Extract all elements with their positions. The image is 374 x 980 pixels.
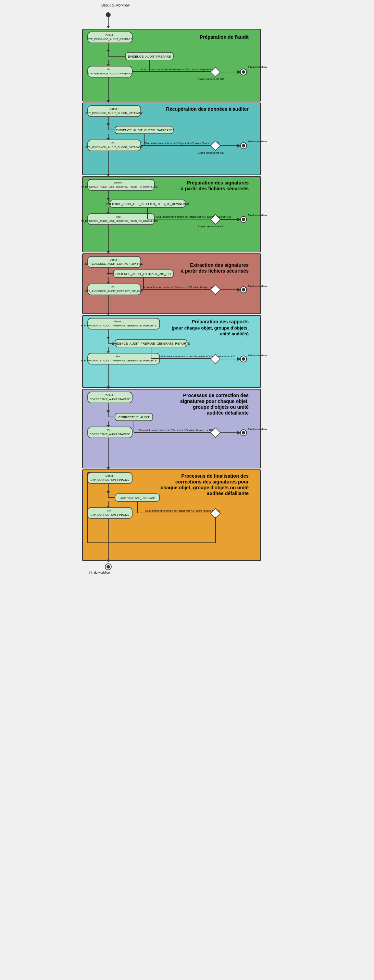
svg-point-20 (242, 70, 245, 74)
svg-text:auditée défaillante: auditée défaillante (207, 410, 249, 415)
svg-text:CORRECTIVE_AUDIT:STARTED: CORRECTIVE_AUDIT:STARTED (90, 398, 130, 401)
svg-text:auditée défaillante: auditée défaillante (207, 491, 249, 496)
svg-text:Préparation des signatures: Préparation des signatures (187, 180, 249, 186)
svg-point-144 (242, 431, 245, 434)
svg-text:Si au moins une action de l'ét: Si au moins une action de l'étape est KO… (143, 286, 217, 289)
svg-marker-1 (106, 26, 110, 29)
section1-title: Préparation de l'audit (200, 34, 249, 40)
svg-text:CORRECTIVE_AUDIT: CORRECTIVE_AUDIT (118, 415, 150, 419)
svg-text:Fin du workflow: Fin du workflow (248, 214, 267, 217)
svg-text:signatures pour chaque objet,: signatures pour chaque objet, (180, 398, 249, 404)
svg-text:EVIDENCE_AUDIT_EXTRACT_ZIP_FIL: EVIDENCE_AUDIT_EXTRACT_ZIP_FILE (115, 272, 172, 276)
svg-point-174 (106, 565, 110, 568)
svg-text:Fin :: Fin : (111, 286, 117, 289)
start-circle (106, 12, 111, 17)
svg-text:Si au moins une action de l'ét: Si au moins une action de l'étape est KO… (144, 142, 219, 145)
s5-end-node (88, 353, 160, 364)
svg-text:STP_EVIDENCE_AUDIT_EXTRACT_ZIP: STP_EVIDENCE_AUDIT_EXTRACT_ZIP_FILE (85, 262, 143, 266)
svg-text:Fin du workflow: Fin du workflow (248, 140, 267, 143)
svg-text:Début :: Début : (106, 474, 114, 477)
s5-start-node (88, 318, 160, 329)
svg-point-69 (242, 218, 245, 221)
svg-text:Si au moins une action de l'ét: Si au moins une action de l'étape est KO… (145, 509, 220, 512)
svg-text:Étape précédente KO: Étape précédente KO (198, 78, 224, 81)
svg-text:Si au moins une action de l'ét: Si au moins une action de l'étape est KO… (156, 215, 231, 218)
svg-text:CORRECTIVE_FINALIZE: CORRECTIVE_FINALIZE (119, 496, 155, 500)
svg-text:à partir des fichiers sécurisé: à partir des fichiers sécurisés (181, 268, 249, 274)
svg-text:Fin :: Fin : (116, 215, 121, 218)
svg-text:EVIDENCE_AUDIT_LIST_SECURED_FI: EVIDENCE_AUDIT_LIST_SECURED_FILES_TO_DOW… (106, 202, 189, 206)
svg-text:EVIDENCE_AUDIT_CHECK_DATABASE: EVIDENCE_AUDIT_CHECK_DATABASE (116, 129, 173, 132)
svg-text:Fin du workflow: Fin du workflow (248, 65, 267, 68)
svg-text:STP_EVIDENCE_AUDIT_CHECK_DATAB: STP_EVIDENCE_AUDIT_CHECK_DATABASE (85, 111, 143, 115)
svg-text:Début :: Début : (106, 394, 114, 397)
svg-text:Fin du workflow: Fin du workflow (248, 354, 267, 357)
svg-text:Étape précédente KO: Étape précédente KO (198, 225, 224, 228)
svg-text:Extraction des signatures: Extraction des signatures (190, 262, 249, 268)
svg-text:Fin du workflow: Fin du workflow (89, 571, 111, 574)
svg-text:Début :: Début : (109, 107, 119, 110)
svg-text:STP_CORRECTION_FINALIZE: STP_CORRECTION_FINALIZE (90, 478, 129, 481)
svg-text:Étape précédente KO: Étape précédente KO (198, 151, 224, 154)
svg-text:STP_EVIDENCE_AUDIT_EXTRACT_ZIP: STP_EVIDENCE_AUDIT_EXTRACT_ZIP_FILE (85, 290, 143, 293)
svg-text:Processus de correction des: Processus de correction des (183, 393, 249, 398)
svg-text:STP_EVIDENCE_AUDIT_LIST_SECURE: STP_EVIDENCE_AUDIT_LIST_SECURED_FILES_TO… (81, 220, 158, 223)
svg-text:Si au moins une action de l'ét: Si au moins une action de l'étape est KO… (141, 68, 216, 71)
svg-text:EVIDENCE_AUDIT_PREPARE: EVIDENCE_AUDIT_PREPARE (128, 55, 171, 58)
svg-text:CORRECTIVE_AUDIT:STARTED: CORRECTIVE_AUDIT:STARTED (90, 433, 130, 436)
svg-text:Préparation des rapports: Préparation des rapports (192, 319, 249, 325)
svg-text:Fin :: Fin : (107, 429, 113, 432)
svg-text:Début :: Début : (114, 181, 123, 184)
svg-text:groupe d'objets ou unité: groupe d'objets ou unité (193, 404, 249, 410)
svg-text:STP_CORRECTION_FINALIZE: STP_CORRECTION_FINALIZE (90, 513, 129, 516)
svg-text:unité audités): unité audités) (220, 331, 249, 336)
svg-text:Fin du workflow: Fin du workflow (248, 428, 267, 431)
svg-point-118 (242, 357, 245, 361)
svg-text:Début :: Début : (106, 33, 114, 37)
svg-text:STP_EVIDENCE_AUDIT_CHECK_DATAB: STP_EVIDENCE_AUDIT_CHECK_DATABASE (85, 146, 143, 149)
svg-text:Fin du workflow: Fin du workflow (248, 285, 267, 288)
svg-text:STP_EVIDENCE_AUDIT_PREPARE_GEN: STP_EVIDENCE_AUDIT_PREPARE_GENERATE_REPO… (81, 359, 157, 362)
svg-point-93 (242, 288, 245, 291)
svg-text:Début :: Début : (109, 258, 119, 261)
svg-text:Récupération des données à aud: Récupération des données à auditer (166, 106, 249, 112)
svg-text:STP_EVIDENCE_AUDIT_LIST_SECURE: STP_EVIDENCE_AUDIT_LIST_SECURED_FILES_TO… (81, 185, 158, 188)
svg-text:STP_EVIDENCE_AUDIT_PREPARE: STP_EVIDENCE_AUDIT_PREPARE (87, 38, 132, 41)
svg-point-44 (242, 144, 245, 148)
svg-text:Fin :: Fin : (107, 68, 113, 71)
svg-text:à partir des fichiers sécurisé: à partir des fichiers sécurisés (181, 186, 249, 191)
svg-text:corrections des signatures pou: corrections des signatures pour (175, 479, 249, 485)
workflow-diagram: Début du workflow Préparation de l'audit… (81, 0, 293, 965)
workflow-start-label: Début du workflow (101, 3, 293, 7)
svg-text:STP_EVIDENCE_AUDIT_PREPARE_GEN: STP_EVIDENCE_AUDIT_PREPARE_GENERATE_REPO… (81, 324, 157, 327)
svg-text:Si au moins une action de l'ét: Si au moins une action de l'étape est KO… (138, 429, 213, 432)
svg-text:EVIDENCE_AUDIT_PREPARE_GENERAT: EVIDENCE_AUDIT_PREPARE_GENERATE_REPORTS (112, 342, 190, 345)
workflow-svg: Préparation de l'audit Début : STP_EVIDE… (81, 8, 293, 954)
svg-text:Fin :: Fin : (111, 142, 117, 145)
svg-text:Fin :: Fin : (116, 355, 121, 358)
svg-text:Début :: Début : (114, 320, 123, 323)
svg-text:Fin :: Fin : (107, 509, 113, 512)
svg-text:Si au moins une action de l'ét: Si au moins une action de l'étape est KO… (160, 355, 235, 358)
svg-text:STP_EVIDENCE_AUDIT_PREPARE: STP_EVIDENCE_AUDIT_PREPARE (87, 72, 132, 75)
svg-text:(pour chaque objet, groupe d'o: (pour chaque objet, groupe d'objets, (171, 325, 249, 331)
svg-text:Processus de finalisation des: Processus de finalisation des (181, 473, 249, 479)
svg-text:chaque objet, groupe d'objets : chaque objet, groupe d'objets ou unité (161, 485, 249, 490)
